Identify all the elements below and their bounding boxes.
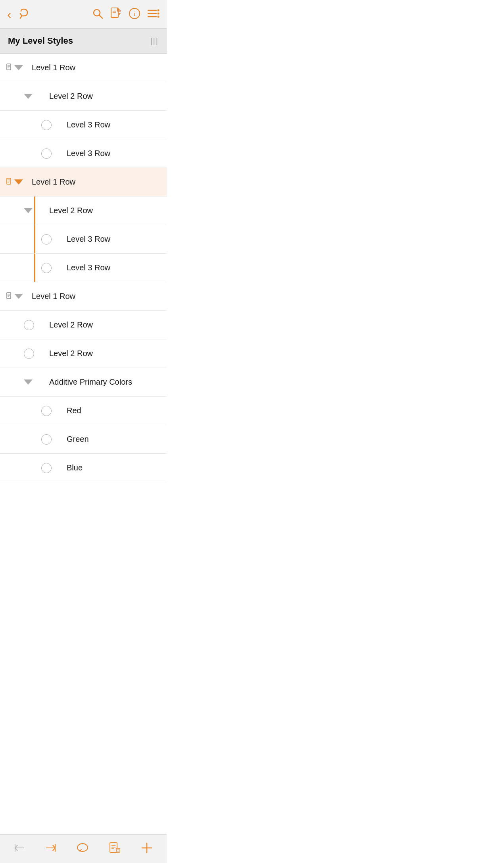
search-icon[interactable]	[92, 8, 103, 21]
row-icon-area	[6, 178, 26, 186]
row-icon-area	[24, 379, 44, 385]
svg-point-12	[158, 15, 160, 17]
row-label: Level 1 Row	[32, 63, 75, 72]
row-icon-area	[41, 463, 61, 473]
nav-left: ‹	[7, 8, 31, 21]
bullet-circle-icon	[24, 320, 34, 330]
prev-button[interactable]	[14, 844, 25, 855]
list-item[interactable]: Level 3 Row	[0, 139, 167, 168]
bullet-circle-icon	[24, 349, 34, 359]
section-title: My Level Styles	[8, 36, 73, 46]
list-item[interactable]: Level 1 Row	[0, 168, 167, 196]
expand-icon	[14, 179, 23, 185]
list-item[interactable]: Blue	[0, 454, 167, 482]
list-item[interactable]: Level 1 Row	[0, 282, 167, 311]
row-label: Level 3 Row	[67, 149, 110, 158]
list-item[interactable]: Level 1 Row	[0, 54, 167, 82]
row-icon-area	[6, 64, 26, 72]
list-item[interactable]: Level 2 Row	[0, 196, 167, 225]
row-icon-area	[41, 263, 61, 273]
info-icon[interactable]: i	[129, 8, 140, 21]
row-label: Level 1 Row	[32, 177, 75, 187]
doc-icon	[6, 178, 13, 186]
bullet-circle-icon	[41, 406, 52, 416]
row-icon-area	[24, 349, 44, 359]
top-nav: ‹	[0, 0, 167, 29]
list-item[interactable]: Level 3 Row	[0, 225, 167, 254]
list-item[interactable]: Level 3 Row	[0, 254, 167, 282]
nav-right: i	[92, 7, 160, 21]
row-label: Green	[67, 435, 89, 444]
row-label: Level 3 Row	[67, 235, 110, 244]
row-label: Level 2 Row	[49, 349, 93, 358]
doc-icon	[6, 64, 13, 72]
row-icon-area	[41, 434, 61, 445]
row-label: Blue	[67, 463, 83, 472]
svg-point-10	[158, 9, 160, 11]
row-label: Level 2 Row	[49, 92, 93, 101]
list-item[interactable]: Level 2 Row	[0, 82, 167, 111]
back-button[interactable]: ‹	[7, 8, 12, 21]
svg-line-1	[99, 15, 102, 18]
add-button[interactable]	[141, 842, 152, 855]
expand-icon	[24, 94, 33, 99]
row-icon-area	[24, 208, 44, 213]
row-label: Level 2 Row	[49, 206, 93, 215]
row-icon-area	[41, 406, 61, 416]
svg-rect-34	[116, 848, 120, 852]
row-icon-area	[6, 292, 26, 301]
bullet-circle-icon	[41, 234, 52, 245]
section-header: My Level Styles |||	[0, 29, 167, 54]
list-item[interactable]: Level 2 Row	[0, 339, 167, 368]
expand-bar	[34, 225, 35, 253]
svg-point-11	[158, 12, 160, 14]
edit-doc-icon[interactable]	[110, 7, 121, 21]
bullet-circle-icon	[41, 148, 52, 159]
bullet-circle-icon	[41, 263, 52, 273]
doc-icon	[6, 292, 13, 301]
row-icon-area	[24, 94, 44, 99]
expand-icon	[14, 65, 23, 70]
row-label: Level 3 Row	[67, 120, 110, 129]
expand-icon	[14, 294, 23, 299]
list-item[interactable]: Green	[0, 425, 167, 454]
expand-icon	[24, 208, 33, 213]
expand-icon	[24, 379, 33, 385]
next-button[interactable]	[46, 844, 56, 855]
row-icon-area	[41, 148, 61, 159]
row-label: Level 2 Row	[49, 320, 93, 329]
row-label: Additive Primary Colors	[49, 378, 132, 387]
bullet-circle-icon	[41, 434, 52, 445]
bullet-circle-icon	[41, 463, 52, 473]
expand-bar	[34, 196, 35, 225]
row-icon-area	[24, 320, 44, 330]
grip-icon: |||	[150, 37, 159, 46]
list-item[interactable]: Red	[0, 397, 167, 425]
svg-text:i: i	[134, 10, 135, 17]
svg-point-29	[77, 844, 88, 851]
comment-button[interactable]	[77, 842, 88, 856]
list-item[interactable]: Level 3 Row	[0, 111, 167, 139]
list-item[interactable]: Level 2 Row	[0, 311, 167, 339]
row-icon-area	[41, 120, 61, 130]
undo-button[interactable]	[19, 8, 31, 21]
row-label: Level 1 Row	[32, 292, 75, 301]
list-item[interactable]: Additive Primary Colors	[0, 368, 167, 397]
expand-bar	[34, 254, 35, 282]
menu-icon[interactable]	[148, 9, 160, 19]
row-label: Level 3 Row	[67, 263, 110, 272]
row-label: Red	[67, 406, 81, 415]
bottom-nav	[0, 834, 167, 863]
bullet-circle-icon	[41, 120, 52, 130]
row-icon-area	[41, 234, 61, 245]
document-button[interactable]	[109, 842, 120, 856]
list-container: Level 1 Row Level 2 Row Level 3 Row Leve…	[0, 54, 167, 482]
